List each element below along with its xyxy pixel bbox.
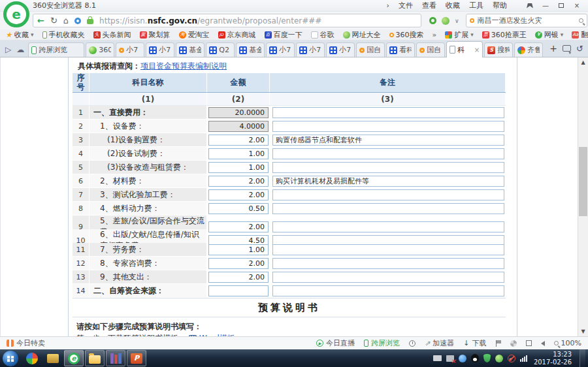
blue-app-tray-icon[interactable] [459, 355, 466, 362]
browser-tab[interactable]: 小7 [116, 42, 144, 57]
amount-input[interactable] [208, 135, 269, 146]
start-button[interactable] [3, 351, 18, 366]
browser-tab[interactable]: 小7 [146, 42, 174, 57]
address-bar[interactable]: ← ↻ ⌂ https://isisn.nsfc.gov.cn/egrantwe… [33, 14, 421, 27]
amount-input[interactable] [208, 258, 269, 269]
keyboard-tray-icon[interactable] [433, 355, 442, 361]
bookmark-item[interactable]: 百 百度一下 [265, 30, 302, 40]
amount-input[interactable] [208, 244, 269, 255]
search-input[interactable] [478, 16, 576, 25]
menu-item[interactable]: 收藏 [446, 1, 460, 10]
remark-input[interactable] [272, 272, 504, 283]
remark-input[interactable] [272, 176, 504, 187]
amount-input[interactable] [208, 285, 269, 296]
sidebar-toggle-icon[interactable]: ▷ [5, 45, 11, 54]
daily-deal-button[interactable]: 今日特卖 [7, 338, 45, 348]
menu-item[interactable]: 工具 [469, 1, 483, 10]
browser-tab[interactable]: 跨屏浏览 [28, 42, 84, 57]
browser-tab[interactable]: 基金 [176, 42, 204, 57]
bookmark-item[interactable]: 头 头条新闻 [93, 30, 131, 40]
taskbar-clock[interactable]: 13:23 2017-02-26 [534, 351, 572, 366]
browser-tab[interactable]: 小7 [266, 42, 295, 57]
bookmark-item[interactable]: 360搜索 [389, 30, 424, 40]
search-box[interactable] [466, 14, 587, 27]
cross-screen-button[interactable]: 跨屏浏览 [364, 338, 400, 348]
skin-button[interactable] [523, 1, 537, 10]
cloud-sync-icon[interactable]: ☁ [16, 45, 24, 54]
browser-tab[interactable]: 看科 [386, 42, 415, 57]
browser-tab[interactable]: 小7 [326, 42, 355, 57]
browser-tab[interactable]: 基金 [236, 42, 265, 57]
close-button[interactable]: × [570, 1, 584, 10]
printer-error-tray-icon[interactable] [446, 355, 454, 362]
scrollbar-thumb[interactable] [579, 147, 587, 216]
bookmarks-overflow-icon[interactable]: » [433, 31, 437, 39]
minimize-button[interactable]: — [538, 1, 553, 10]
amount-input[interactable] [208, 107, 269, 118]
bookmark-item[interactable]: 淘 爱淘宝 [179, 30, 210, 40]
bookmark-item[interactable]: 票 360抢票王 [482, 30, 527, 40]
bookmark-item[interactable]: 手机收藏夹 [42, 30, 85, 40]
remark-input[interactable] [272, 135, 504, 146]
plugin-wheel-icon[interactable] [429, 17, 436, 24]
menu-overflow-icon[interactable]: › [387, 1, 389, 10]
taskbar-app-powerpoint[interactable]: P [127, 350, 146, 366]
taskbar-app-gold[interactable] [43, 350, 63, 366]
taskbar-app-360browser[interactable]: e [64, 350, 84, 366]
dropdown-caret-icon[interactable]: ∨ [455, 18, 459, 24]
remark-input[interactable] [272, 189, 504, 200]
budget-instructions-link[interactable]: 项目资金预算表编制说明 [140, 61, 227, 71]
game-mode-button[interactable] [510, 340, 517, 347]
vertical-scrollbar[interactable]: ▲ ▼ [578, 57, 588, 336]
amount-input[interactable] [208, 148, 269, 159]
amount-input[interactable] [208, 189, 269, 200]
bookmark-item[interactable]: Aa 翻译 ▾ [572, 30, 588, 40]
amount-input[interactable] [208, 272, 269, 283]
zoom-control[interactable]: 100% [554, 339, 581, 347]
new-tab-button[interactable]: + [549, 43, 557, 54]
taskbar-app-winrar[interactable] [106, 350, 125, 366]
bookmark-item[interactable]: ¥ 网银 ▾ [535, 30, 564, 40]
plugin-leaf-icon[interactable] [442, 17, 449, 25]
menu-item[interactable]: 查看 [422, 1, 436, 10]
remark-input[interactable] [272, 244, 504, 255]
window-split-button[interactable] [526, 340, 532, 346]
tab-list-button[interactable] [563, 45, 571, 52]
browser-tab[interactable]: 360 [86, 42, 114, 57]
speed-mode-button[interactable] [409, 340, 416, 347]
browser-tab[interactable]: 小7 [296, 42, 325, 57]
download-button[interactable]: ↓下载 [463, 338, 486, 348]
remark-input[interactable] [272, 107, 504, 118]
back-icon[interactable]: ← [37, 16, 44, 25]
tab-close-icon[interactable]: × [474, 46, 480, 54]
bookmark-item[interactable]: ★ 收藏 ▾ [5, 30, 34, 40]
refresh-icon[interactable]: ↻ [50, 16, 57, 25]
amount-input[interactable] [208, 121, 269, 132]
report-button[interactable] [496, 340, 501, 347]
360-tray-icon[interactable] [495, 355, 503, 362]
amount-input[interactable] [208, 176, 269, 187]
remark-input[interactable] [272, 203, 504, 214]
menu-item[interactable]: 帮助 [493, 1, 507, 10]
search-icon[interactable] [579, 18, 583, 23]
remark-input[interactable] [272, 258, 504, 269]
show-desktop-button[interactable] [580, 349, 585, 367]
bookmark-item[interactable]: JD 京东商城 [218, 30, 256, 40]
browser-tab[interactable]: Q2 [206, 42, 235, 57]
qq-tray-icon[interactable] [471, 354, 479, 362]
amount-input[interactable] [208, 203, 269, 214]
network-signal-icon[interactable] [520, 355, 527, 362]
remark-input[interactable] [272, 285, 504, 296]
scroll-down-icon[interactable]: ▼ [578, 327, 588, 336]
remark-input[interactable] [272, 121, 504, 132]
scroll-up-icon[interactable]: ▲ [578, 57, 588, 67]
amount-input[interactable] [208, 162, 269, 173]
taskbar-app-explorer[interactable] [85, 350, 105, 366]
security-shield-tray-icon[interactable] [483, 354, 491, 362]
home-icon[interactable]: ⌂ [63, 16, 69, 25]
reopen-closed-tab-button[interactable]: ↺ [576, 44, 583, 54]
muted-speaker-tray-icon[interactable] [508, 355, 515, 362]
accelerator-button[interactable]: ⇗加速器 [425, 338, 454, 348]
mute-button[interactable] [541, 341, 545, 346]
browser-tab[interactable]: 齐鲁 [514, 42, 543, 57]
